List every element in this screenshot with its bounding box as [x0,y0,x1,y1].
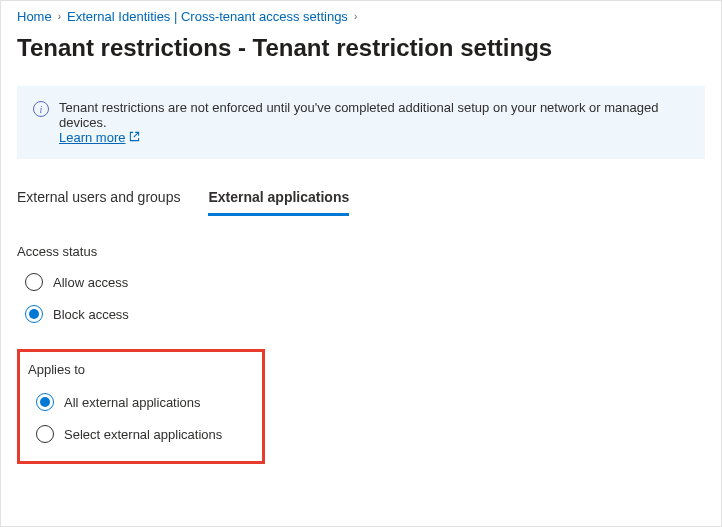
applies-to-label: Applies to [28,362,222,377]
radio-icon [25,273,43,291]
learn-more-link[interactable]: Learn more [59,130,140,145]
breadcrumb: Home › External Identities | Cross-tenan… [17,9,705,24]
radio-icon [36,393,54,411]
radio-all-external-applications[interactable]: All external applications [36,393,222,411]
access-status-label: Access status [17,244,705,259]
radio-block-access[interactable]: Block access [25,305,705,323]
tabs: External users and groups External appli… [17,183,705,216]
radio-icon [25,305,43,323]
radio-icon [36,425,54,443]
page-title: Tenant restrictions - Tenant restriction… [17,34,705,62]
chevron-right-icon: › [58,11,61,22]
radio-allow-access[interactable]: Allow access [25,273,705,291]
radio-label: All external applications [64,395,201,410]
radio-select-external-applications[interactable]: Select external applications [36,425,222,443]
radio-label: Block access [53,307,129,322]
tab-external-users-groups[interactable]: External users and groups [17,183,180,216]
applies-to-section: Applies to All external applications Sel… [17,349,265,464]
chevron-right-icon: › [354,11,357,22]
breadcrumb-home[interactable]: Home [17,9,52,24]
radio-label: Select external applications [64,427,222,442]
breadcrumb-external-identities[interactable]: External Identities | Cross-tenant acces… [67,9,348,24]
info-banner: i Tenant restrictions are not enforced u… [17,86,705,159]
external-link-icon [129,131,140,144]
radio-label: Allow access [53,275,128,290]
info-text: Tenant restrictions are not enforced unt… [59,100,658,130]
info-icon: i [33,101,49,117]
learn-more-label: Learn more [59,130,125,145]
access-status-section: Access status Allow access Block access [17,244,705,323]
tab-external-applications[interactable]: External applications [208,183,349,216]
